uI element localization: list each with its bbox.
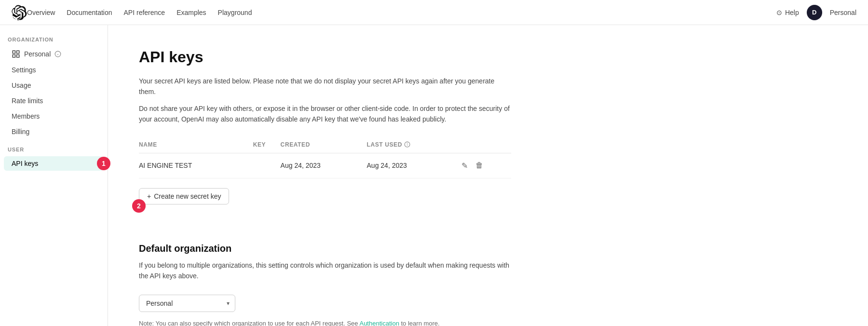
authentication-link[interactable]: Authentication [359,320,399,326]
annotation-badge-2: 2 [132,199,146,213]
create-new-secret-key-button[interactable]: + Create new secret key [139,188,229,204]
api-keys-table: NAME KEY CREATED LAST USED AI ENGINE TES… [139,136,511,178]
main-content: API keys Your secret API keys are listed… [108,25,542,326]
info-icon [54,51,61,57]
col-created: CREATED [281,136,367,153]
nav-links: Overview Documentation API reference Exa… [27,9,776,16]
sidebar-item-members[interactable]: Members [4,109,104,123]
help-circle-icon: ⊙ [776,9,782,16]
grid-icon [12,50,20,58]
description-block: Your secret API keys are listed below. P… [139,76,511,125]
description-1: Your secret API keys are listed below. P… [139,76,511,97]
user-section-label: USER [0,147,108,156]
sidebar-item-rate-limits[interactable]: Rate limits [4,94,104,108]
openai-logo [12,5,27,20]
key-name: AI ENGINE TEST [139,153,253,178]
top-nav: Overview Documentation API reference Exa… [0,0,868,25]
nav-overview[interactable]: Overview [27,9,55,16]
annotation-badge-1: 1 [97,157,110,170]
org-select-wrap: Personal ▾ [139,295,235,312]
key-last-used: Aug 24, 2023 [367,153,461,178]
layout: ORGANIZATION Personal Settings Usage Rat… [0,25,868,326]
sidebar-item-api-keys[interactable]: API keys 1 [4,156,104,171]
col-last-used: LAST USED [367,136,461,153]
help-button[interactable]: ⊙ Help [776,9,799,16]
personal-label: Personal [830,9,856,16]
help-label: Help [785,9,799,16]
key-actions: ✎ 🗑 [461,153,511,178]
default-org-desc: If you belong to multiple organizations,… [139,260,511,282]
svg-point-9 [407,143,407,144]
org-select[interactable]: Personal [139,295,235,312]
svg-rect-2 [13,55,15,57]
sidebar-item-usage[interactable]: Usage [4,78,104,93]
avatar[interactable]: D [807,5,822,20]
key-created: Aug 24, 2023 [281,153,367,178]
plus-icon: + [147,192,151,200]
org-section-label: ORGANIZATION [0,37,108,46]
api-keys-label: API keys [12,160,38,167]
sidebar-item-personal[interactable]: Personal [4,46,104,62]
note-text: Note: You can also specify which organiz… [139,320,511,326]
nav-playground[interactable]: Playground [218,9,252,16]
sidebar-item-billing[interactable]: Billing [4,124,104,139]
nav-examples[interactable]: Examples [176,9,206,16]
action-buttons: ✎ 🗑 [461,160,511,171]
sidebar: ORGANIZATION Personal Settings Usage Rat… [0,25,108,326]
description-2: Do not share your API key with others, o… [139,103,511,125]
col-actions [461,136,511,153]
create-key-label: Create new secret key [154,192,221,200]
table-row: AI ENGINE TEST Aug 24, 2023 Aug 24, 2023… [139,153,511,178]
delete-key-button[interactable]: 🗑 [475,160,484,171]
org-name: Personal [24,50,51,58]
sidebar-item-settings[interactable]: Settings [4,63,104,77]
nav-right: ⊙ Help D Personal [776,5,856,20]
default-org-title: Default organization [139,243,511,254]
nav-documentation[interactable]: Documentation [67,9,112,16]
key-value [253,153,281,178]
svg-rect-1 [17,51,19,53]
sidebar-org-row: Personal [0,46,108,62]
edit-key-button[interactable]: ✎ [461,160,469,171]
svg-rect-0 [13,51,15,53]
svg-rect-3 [17,55,19,57]
last-used-info-icon [404,141,410,148]
page-title: API keys [139,48,511,66]
col-key: KEY [253,136,281,153]
col-name: NAME [139,136,253,153]
nav-api-reference[interactable]: API reference [124,9,165,16]
